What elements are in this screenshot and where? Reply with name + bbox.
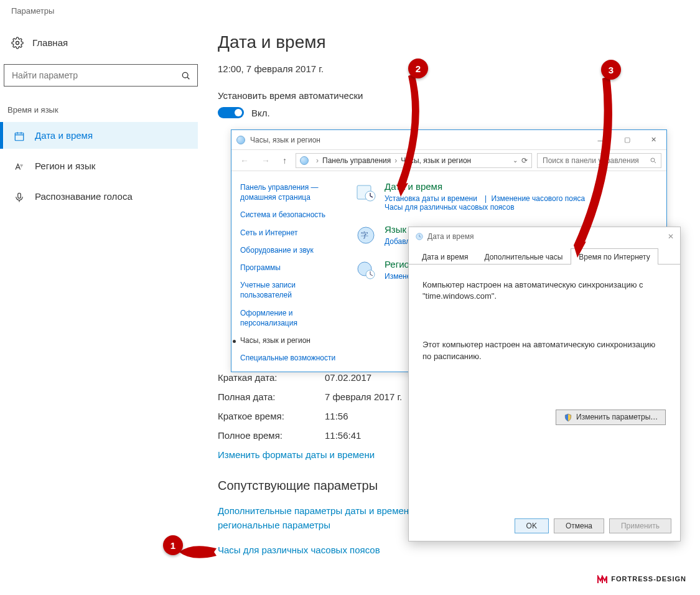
svg-point-11	[651, 158, 655, 162]
svg-rect-3	[15, 133, 24, 140]
control-panel-title: Часы, язык и регион	[250, 136, 320, 144]
cp-sublink-timezone[interactable]: Изменение часового пояса	[491, 194, 585, 203]
forward-icon[interactable]: →	[258, 156, 274, 166]
language-icon: 字	[14, 159, 25, 172]
scheduled-sync-text: Этот компьютер настроен на автоматическу…	[422, 339, 666, 362]
watermark: FORTRESS-DESIGN	[597, 574, 686, 584]
breadcrumb-item[interactable]: Часы, язык и регион	[401, 156, 471, 165]
gear-icon	[11, 36, 24, 49]
close-button[interactable]: ✕	[668, 232, 674, 241]
logo-mark-icon	[597, 574, 607, 584]
format-key: Краткое время:	[218, 411, 325, 421]
app-title: Параметры	[0, 0, 700, 22]
cp-side-link-network[interactable]: Сеть и Интернет	[240, 228, 341, 238]
chevron-right-icon: ›	[312, 156, 322, 165]
cp-side-link-appearance[interactable]: Оформление и персонализация	[240, 308, 341, 328]
tab-date-time[interactable]: Дата и время	[414, 248, 476, 265]
dialog-titlebar[interactable]: Дата и время ✕	[409, 227, 680, 246]
breadcrumb-item[interactable]: Панель управления	[322, 156, 391, 165]
clock-globe-icon	[415, 232, 424, 241]
refresh-icon[interactable]: ⟳	[521, 156, 528, 165]
dialog-body: Компьютер настроен на автоматическую син…	[409, 265, 680, 440]
annotation-bubble-1: 1	[163, 535, 183, 555]
up-icon[interactable]: ↑	[279, 156, 291, 166]
dialog-tabs: Дата и время Дополнительные часы Время п…	[409, 246, 680, 265]
page-heading: Дата и время	[218, 32, 681, 52]
globe-icon	[236, 136, 245, 144]
sidebar-item-label: Дата и время	[35, 130, 93, 141]
cp-sublink-clocks[interactable]: Часы для различных часовых поясов	[385, 203, 515, 212]
clock-calendar-icon	[355, 181, 377, 204]
dialog-footer: OK Отмена Применить	[515, 518, 671, 533]
format-value: 07.02.2017	[325, 372, 371, 383]
cp-side-link-home[interactable]: Панель управления — домашняя страница	[240, 182, 341, 202]
cp-category-title[interactable]: Дата и время	[385, 181, 590, 192]
home-label: Главная	[32, 37, 68, 48]
annotation-bubble-2: 2	[408, 59, 428, 78]
apply-button[interactable]: Применить	[609, 518, 671, 533]
search-field[interactable]	[11, 70, 181, 81]
toggle-knob	[235, 109, 242, 116]
svg-text:字: 字	[20, 164, 23, 167]
svg-line-2	[187, 77, 189, 79]
chevron-down-icon[interactable]: ⌄	[513, 157, 518, 164]
maximize-button[interactable]: ▢	[614, 131, 640, 149]
minimize-button[interactable]: —	[588, 131, 614, 149]
selection-indicator	[0, 122, 3, 149]
svg-line-12	[655, 162, 656, 164]
tab-internet-time[interactable]: Время по Интернету	[571, 248, 658, 265]
date-time-dialog: Дата и время ✕ Дата и время Дополнительн…	[408, 227, 681, 541]
dialog-title: Дата и время	[427, 232, 474, 241]
cancel-button[interactable]: Отмена	[554, 518, 604, 533]
auto-time-toggle[interactable]	[218, 107, 244, 118]
home-nav[interactable]: Главная	[4, 31, 198, 54]
change-settings-button[interactable]: Изменить параметры…	[556, 410, 666, 425]
calendar-clock-icon	[14, 129, 25, 142]
cp-sublink-set-datetime[interactable]: Установка даты и времени	[385, 194, 477, 203]
format-value: 11:56:41	[325, 430, 361, 441]
cp-side-link-clock-lang-region[interactable]: Часы, язык и регион	[240, 335, 341, 345]
search-input[interactable]	[4, 64, 198, 87]
cp-side-link-system[interactable]: Система и безопасность	[240, 210, 341, 220]
tab-additional-clocks[interactable]: Дополнительные часы	[476, 248, 571, 265]
ok-button[interactable]: OK	[515, 518, 549, 533]
breadcrumb-bar[interactable]: › Панель управления › Часы, язык и регио…	[296, 153, 532, 168]
control-panel-nav: ← → ↑ › Панель управления › Часы, язык и…	[231, 150, 666, 171]
change-settings-label: Изменить параметры…	[576, 413, 658, 421]
sidebar-item-region-language[interactable]: 字 Регион и язык	[4, 152, 198, 179]
toggle-state-label: Вкл.	[251, 108, 270, 118]
sidebar-section-label: Время и язык	[4, 105, 198, 115]
sidebar-item-speech[interactable]: Распознавание голоса	[4, 183, 198, 210]
close-button[interactable]: ✕	[640, 131, 666, 149]
watermark-text: FORTRESS-DESIGN	[611, 575, 686, 583]
chevron-right-icon: ›	[391, 156, 401, 165]
cp-side-link-programs[interactable]: Программы	[240, 263, 341, 273]
sidebar-item-date-time[interactable]: Дата и время	[4, 122, 198, 149]
cp-side-link-hardware[interactable]: Оборудование и звук	[240, 245, 341, 255]
format-value: 7 февраля 2017 г.	[325, 391, 402, 402]
globe-clock-icon	[355, 259, 377, 281]
control-panel-search[interactable]	[537, 153, 661, 168]
control-panel-titlebar[interactable]: Часы, язык и регион — ▢ ✕	[231, 130, 666, 150]
search-icon	[181, 70, 191, 81]
sidebar-item-label: Регион и язык	[35, 161, 95, 171]
cp-side-link-accessibility[interactable]: Специальные возможности	[240, 353, 341, 363]
cp-side-link-accounts[interactable]: Учетные записи пользователей	[240, 280, 341, 300]
auto-time-label: Установить время автоматически	[218, 90, 681, 101]
cp-category-datetime: Дата и время Установка даты и времени| И…	[355, 181, 656, 212]
control-panel-search-field[interactable]	[541, 156, 650, 166]
microphone-icon	[14, 190, 25, 203]
related-link-clocks[interactable]: Часы для различных часовых поясов	[218, 545, 681, 555]
language-icon: 字	[355, 224, 377, 246]
format-key: Полное время:	[218, 430, 325, 441]
format-key: Полная дата:	[218, 391, 325, 402]
globe-icon	[300, 156, 309, 165]
format-key: Краткая дата:	[218, 372, 325, 383]
back-icon[interactable]: ←	[236, 156, 253, 166]
sidebar-item-label: Распознавание голоса	[35, 191, 133, 202]
svg-rect-9	[18, 193, 21, 198]
annotation-bubble-3: 3	[601, 60, 621, 80]
control-panel-sidebar: Панель управления — домашняя страница Си…	[231, 171, 350, 372]
format-value: 11:56	[325, 411, 348, 421]
svg-point-1	[182, 72, 188, 78]
